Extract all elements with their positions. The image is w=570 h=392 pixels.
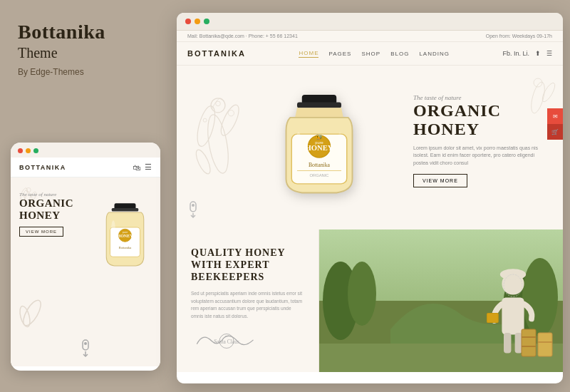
site-nav-links: HOME PAGES SHOP BLOG LANDING (299, 50, 449, 58)
mobile-taste-label: The taste of nature (19, 192, 73, 197)
hero-view-button[interactable]: VIEW MORE (413, 174, 467, 187)
nav-pages[interactable]: PAGES (328, 51, 351, 57)
mobile-dot-red (18, 148, 23, 153)
brand-by: By Edge-Themes (18, 67, 153, 77)
site-logo: BOTTANIKA (187, 49, 246, 58)
desktop-right-icon-bottom[interactable]: 🛒 (547, 124, 563, 140)
mobile-header: BOTTANIKA 🛍 ☰ (11, 158, 160, 177)
svg-rect-59 (522, 346, 536, 347)
nav-home[interactable]: HOME (299, 50, 318, 58)
section2-title: QUALITY HONEY WITH EXPERT BEEKEEPERS (191, 247, 304, 283)
svg-rect-57 (522, 329, 536, 356)
hero-floral-left (182, 73, 254, 215)
svg-rect-61 (538, 341, 552, 343)
svg-text:Bottanika: Bottanika (309, 161, 331, 167)
svg-rect-26 (297, 102, 341, 108)
svg-point-46 (348, 262, 376, 326)
mobile-body: The taste of nature ORGANIC HONEY VIEW M… (11, 177, 160, 366)
svg-point-11 (111, 220, 115, 239)
mobile-floral-bottom-right (11, 292, 53, 334)
mobile-dot-green (33, 148, 38, 153)
hero-honey-jar: pure HONEY 🐝 Bottanika ORGANIC (269, 76, 369, 219)
svg-point-41 (192, 204, 195, 207)
mobile-menu-icon[interactable]: ☰ (145, 163, 152, 172)
svg-point-17 (204, 113, 232, 175)
desktop-right-icons: ✉ 🛒 (547, 108, 563, 140)
mobile-honey-jar-icon: pure HONEY Bottanika (98, 199, 152, 277)
brand-title: Bottanika (18, 21, 153, 43)
mobile-organic-line1: ORGANIC (19, 197, 73, 210)
svg-point-21 (193, 148, 213, 176)
nav-social-links: Fb. In. Li. (502, 50, 529, 57)
beehive-boxes (520, 326, 556, 358)
svg-text:ORGANIC: ORGANIC (309, 173, 328, 177)
svg-point-24 (228, 110, 234, 116)
beekeeper-scene (319, 229, 563, 372)
svg-point-23 (203, 118, 207, 122)
mobile-hero-text: The taste of nature ORGANIC HONEY VIEW M… (19, 192, 73, 237)
section2-signature: Santa Claus (191, 329, 304, 357)
right-icon-symbol: ✉ (553, 113, 558, 120)
desktop-right-icon-top[interactable]: ✉ (547, 108, 563, 124)
site-topbar: Mail: Bottanika@qde.com · Phone: + 55 66… (177, 31, 563, 42)
desktop-content: Mail: Bottanika@qde.com · Phone: + 55 66… (177, 31, 563, 381)
svg-rect-58 (522, 336, 536, 338)
svg-text:Bottanika: Bottanika (119, 246, 132, 249)
topbar-contact: Mail: Bottanika@qde.com · Phone: + 55 66… (187, 33, 298, 38)
topbar-hours: Open from: Weekdays 09-17h (486, 33, 552, 38)
site-nav-right: Fb. In. Li. ⬆ ☰ (502, 50, 552, 57)
section2-image (319, 229, 563, 372)
svg-point-37 (529, 81, 547, 114)
mobile-scroll-icon (80, 339, 91, 361)
desktop-mockup: Mail: Bottanika@qde.com · Phone: + 55 66… (177, 13, 563, 383)
svg-rect-54 (504, 333, 511, 354)
desktop-dot-yellow (195, 19, 200, 24)
nav-shop[interactable]: SHOP (361, 51, 380, 57)
svg-point-20 (217, 103, 242, 138)
site-hero: pure HONEY 🐝 Bottanika ORGANIC The taste… (177, 66, 563, 229)
svg-rect-5 (112, 208, 139, 212)
svg-point-36 (338, 132, 342, 157)
nav-menu-icon[interactable]: ☰ (546, 50, 552, 57)
svg-point-19 (211, 98, 225, 113)
mobile-bag-icon[interactable]: 🛍 (133, 163, 140, 172)
right-cart-symbol: 🛒 (551, 129, 559, 135)
mobile-view-button[interactable]: VIEW MORE (19, 227, 63, 237)
svg-point-18 (194, 104, 218, 148)
mobile-titlebar (11, 143, 160, 158)
mobile-mockup: BOTTANIKA 🛍 ☰ The taste of nature ORGANI… (11, 143, 160, 371)
svg-text:HONEY: HONEY (305, 144, 333, 152)
section2-text: QUALITY HONEY WITH EXPERT BEEKEEPERS Sed… (177, 229, 319, 372)
mobile-organic-line2: HONEY (19, 210, 73, 222)
svg-text:🐝: 🐝 (316, 133, 323, 140)
section2-description: Sed ut perspiciatis aperiam inde omnis i… (191, 290, 304, 320)
svg-point-15 (84, 342, 87, 345)
hero-scroll-icon (187, 201, 199, 222)
honey-jar-svg: pure HONEY 🐝 Bottanika ORGANIC (276, 93, 362, 203)
site-section2: QUALITY HONEY WITH EXPERT BEEKEEPERS Sed… (177, 229, 563, 372)
svg-rect-56 (487, 314, 499, 323)
site-nav: BOTTANIKA HOME PAGES SHOP BLOG LANDING F… (177, 42, 563, 66)
nav-share-icon[interactable]: ⬆ (535, 50, 541, 57)
nav-blog[interactable]: BLOG (390, 51, 409, 57)
desktop-dot-red (185, 19, 191, 24)
mobile-logo: BOTTANIKA (19, 164, 66, 171)
desktop-titlebar (177, 13, 563, 31)
svg-point-35 (295, 132, 302, 170)
mobile-nav-icons: 🛍 ☰ (133, 163, 152, 172)
mobile-dot-yellow (26, 148, 31, 153)
svg-text:HONEY: HONEY (117, 234, 133, 238)
svg-point-22 (216, 101, 221, 106)
svg-rect-60 (538, 333, 552, 356)
brand-subtitle: Theme (18, 45, 153, 61)
desktop-dot-green (204, 19, 209, 24)
nav-landing[interactable]: LANDING (419, 51, 450, 57)
svg-point-13 (18, 305, 31, 328)
svg-point-38 (534, 78, 542, 87)
hero-description: Lorem ipsum dolor sit amet, vix porro ma… (413, 145, 542, 167)
svg-point-39 (540, 81, 557, 103)
svg-text:Santa Claus: Santa Claus (214, 339, 239, 345)
